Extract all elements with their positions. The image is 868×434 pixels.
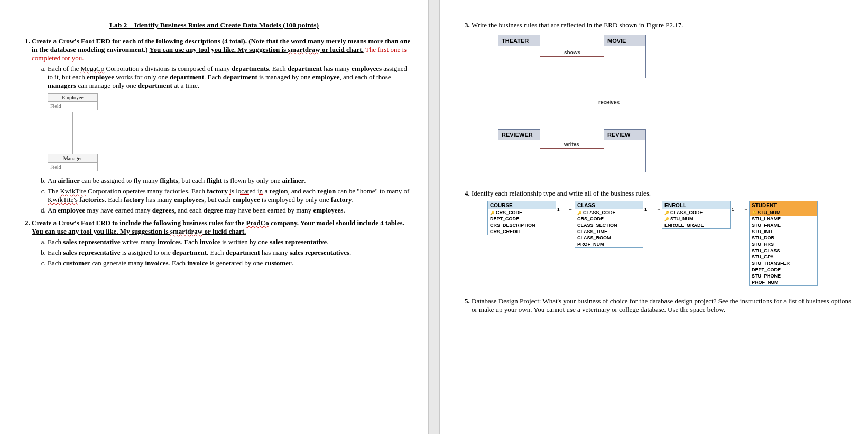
q1a: Each of the MegaCo Corporation's divisio…: [48, 64, 412, 172]
erd-q4: COURSE CRS_CODE DEPT_CODE CRS_DESCRIPTIO…: [487, 201, 857, 291]
q1d: An employee may have earned many degrees…: [48, 206, 412, 215]
q2: Create a Crow's Foot ERD to include the …: [32, 219, 412, 267]
q1c: The KwikTite Corporation operates many f…: [48, 187, 412, 204]
q1b: An airliner can be assigned to fly many …: [48, 177, 412, 185]
q4: Identify each relationship type and writ…: [472, 189, 852, 291]
erd-p217: THEATER MOVIE REVIEWER REVIEW shows rece…: [493, 35, 715, 183]
erd1-diagram: Departments Field Employee Field Manager…: [48, 93, 211, 172]
q2c: Each customer can generate many invoices…: [48, 259, 412, 267]
right-page: Write the business rules that are reflec…: [440, 0, 868, 434]
page-divider: [428, 0, 440, 434]
q3: Write the business rules that are reflec…: [472, 21, 852, 183]
left-page: Lab 2 – Identify Business Rules and Crea…: [0, 0, 428, 434]
q2a: Each sales representative writes many in…: [48, 238, 412, 246]
lab-title: Lab 2 – Identify Business Rules and Crea…: [16, 21, 412, 30]
main-list: Create a Crow's Foot ERD for each of the…: [16, 37, 412, 267]
q2b: Each sales representative is assigned to…: [48, 248, 412, 257]
q1: Create a Crow's Foot ERD for each of the…: [32, 37, 412, 215]
q5: Database Design Project: What's your bus…: [472, 297, 852, 314]
main-list-right: Write the business rules that are reflec…: [456, 21, 852, 314]
